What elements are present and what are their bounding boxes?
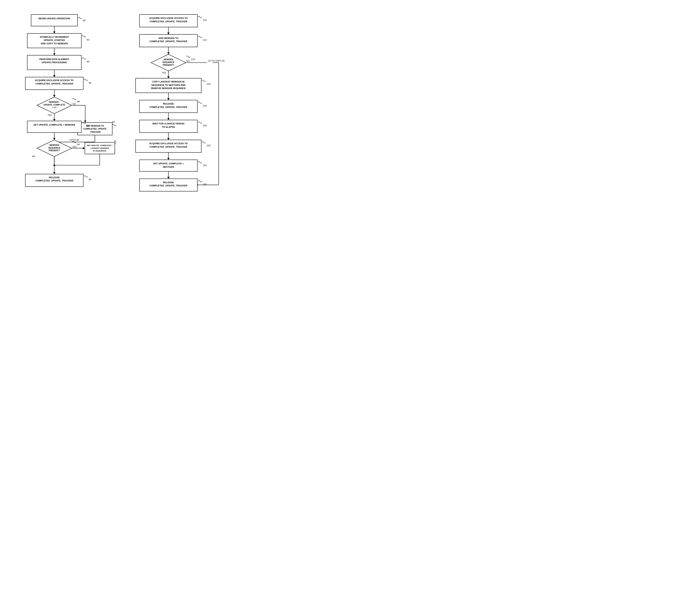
svg-text:BEGIN UPDATE OPERATION: BEGIN UPDATE OPERATION (39, 17, 70, 20)
svg-text:SEQUENCE TO NEXTGEN AND: SEQUENCE TO NEXTGEN AND (151, 84, 185, 86)
svg-text:COMPLETED_UPDATE: COMPLETED_UPDATE (83, 128, 106, 130)
svg-marker-35 (84, 121, 86, 123)
svg-text:IN SEQUENCE: IN SEQUENCE (93, 150, 106, 152)
svg-text:88: 88 (77, 100, 80, 103)
svg-text:COMPLETED_UPDATE_TRACKER: COMPLETED_UPDATE_TRACKER (150, 20, 187, 23)
svg-text:ACQUIRE EXCLUSIVE ACCESS TO: ACQUIRE EXCLUSIVE ACCESS TO (35, 79, 74, 82)
svg-text:NO: NO (73, 103, 76, 105)
svg-text:SEQUENCE: SEQUENCE (163, 61, 174, 64)
svg-text:RELEASE: RELEASE (163, 102, 174, 105)
svg-text:84: 84 (87, 60, 89, 63)
svg-text:ACQUIRE EXCLUSIVE ACCESS TO: ACQUIRE EXCLUSIVE ACCESS TO (149, 142, 188, 145)
svg-text:NEWGEN: NEWGEN (50, 144, 59, 146)
svg-text:NO: NO (186, 60, 190, 62)
svg-marker-121 (167, 158, 170, 160)
svg-marker-96 (167, 76, 170, 78)
svg-marker-11 (53, 53, 55, 55)
svg-text:YES: YES (47, 114, 52, 116)
svg-text:92: 92 (112, 121, 115, 123)
svg-text:NEXTGEN: NEXTGEN (163, 166, 174, 168)
svg-text:WAIT FOR A GRACE PERIOD: WAIT FOR A GRACE PERIOD (153, 122, 185, 125)
svg-text:86: 86 (89, 82, 91, 84)
svg-text:SET UPDATE_COMPLETE =: SET UPDATE_COMPLETE = (87, 144, 112, 147)
svg-marker-79 (167, 32, 170, 34)
svg-text:226: 226 (203, 183, 207, 185)
svg-marker-69 (53, 172, 55, 174)
svg-text:220: 220 (203, 124, 207, 127)
svg-text:224: 224 (203, 164, 207, 167)
svg-text:COMPLETED_UPDATE_TRACKER: COMPLETED_UPDATE_TRACKER (36, 179, 73, 182)
svg-text:RELEASE: RELEASE (49, 176, 60, 179)
svg-marker-127 (167, 177, 170, 179)
svg-text:SET UPDATE_COMPLETE =: SET UPDATE_COMPLETE = (153, 162, 184, 165)
svg-text:ATOMICALLY INCREMENT: ATOMICALLY INCREMENT (40, 36, 69, 38)
svg-text:YES: YES (72, 145, 76, 148)
svg-text:COMPLETED_UPDATE_TRACKER: COMPLETED_UPDATE_TRACKER (150, 40, 187, 43)
svg-marker-32 (53, 119, 55, 121)
svg-text:98: 98 (89, 178, 91, 181)
svg-text:= 1?: = 1? (52, 106, 56, 109)
svg-text:NO: NO (32, 155, 36, 157)
svg-text:PRESENT?: PRESENT? (163, 64, 174, 66)
svg-text:PRESENT?: PRESENT? (49, 149, 60, 152)
svg-text:216: 216 (207, 82, 211, 85)
svg-rect-45 (27, 121, 81, 133)
svg-text:_TRACKER: _TRACKER (89, 131, 100, 133)
svg-text:COMPLETED_UPDATE_TRACKER: COMPLETED_UPDATE_TRACKER (150, 145, 187, 148)
svg-text:REMOVE NEWGEN SEQUENCE: REMOVE NEWGEN SEQUENCE (151, 87, 186, 89)
svg-marker-103 (167, 98, 170, 100)
svg-text:PERFORM DATA ELEMENT: PERFORM DATA ELEMENT (39, 58, 69, 60)
svg-text:COMPLETED_UPDATE_TRACKER: COMPLETED_UPDATE_TRACKER (150, 184, 187, 187)
svg-text:COPY LARGEST NEWGEN IN: COPY LARGEST NEWGEN IN (152, 80, 185, 83)
svg-marker-4 (53, 32, 55, 33)
svg-text:TO ELAPSE: TO ELAPSE (162, 126, 175, 128)
svg-text:YES: YES (162, 71, 166, 74)
svg-text:COMPLETED_UPDATE_TRACKER: COMPLETED_UPDATE_TRACKER (150, 106, 187, 108)
svg-text:ACQUIRE EXCLUSIVE ACCESS TO: ACQUIRE EXCLUSIVE ACCESS TO (149, 17, 188, 19)
svg-marker-115 (167, 138, 170, 140)
svg-text:214: 214 (191, 58, 195, 60)
svg-text:UPDATE PROCESSING: UPDATE PROCESSING (42, 61, 67, 64)
svg-text:UPDATE_STARTED: UPDATE_STARTED (43, 39, 65, 41)
svg-text:94: 94 (77, 143, 80, 145)
svg-text:AND COPY TO NEWGEN: AND COPY TO NEWGEN (41, 42, 68, 45)
left-flowchart: BEGIN UPDATE OPERATION 80 ATOMICALLY INC… (8, 8, 116, 203)
svg-text:90: 90 (87, 124, 89, 127)
right-flowchart: ACQUIRE EXCLUSIVE ACCESS TO COMPLETED_UP… (124, 8, 225, 203)
svg-marker-67 (53, 165, 55, 167)
svg-text:NEWGEN -: NEWGEN - (49, 101, 60, 103)
svg-text:COMPLETED_UPDATE_TRACKER: COMPLETED_UPDATE_TRACKER (36, 82, 73, 85)
svg-text:SEQUENCE: SEQUENCE (48, 147, 60, 149)
svg-text:212: 212 (203, 39, 207, 41)
svg-text:218: 218 (203, 104, 207, 107)
svg-marker-49 (53, 138, 55, 140)
svg-text:LARGEST NEWGEN: LARGEST NEWGEN (90, 147, 109, 149)
svg-text:→ GOTO 98: → GOTO 98 (67, 139, 79, 141)
svg-text:ADD NEWGEN TO: ADD NEWGEN TO (158, 37, 179, 39)
svg-text:96: 96 (114, 140, 116, 142)
svg-marker-58 (83, 147, 85, 150)
svg-marker-23 (53, 95, 55, 97)
diagram-container: BEGIN UPDATE OPERATION 80 ATOMICALLY INC… (4, 4, 228, 207)
svg-text:222: 222 (207, 144, 211, 147)
svg-marker-109 (167, 118, 170, 120)
svg-text:82: 82 (87, 38, 89, 41)
svg-marker-17 (53, 75, 55, 77)
svg-text:GO TO STEP 226: GO TO STEP 226 (208, 60, 225, 62)
svg-text:RELEASE: RELEASE (163, 181, 174, 184)
svg-text:NEWGEN: NEWGEN (164, 58, 173, 60)
svg-text:210: 210 (203, 19, 207, 21)
svg-text:SET UPDATE_COMPLETE = NEWGEN: SET UPDATE_COMPLETE = NEWGEN (33, 123, 75, 126)
svg-text:80: 80 (83, 19, 85, 22)
svg-text:UPDATE_COMPLETE: UPDATE_COMPLETE (43, 103, 65, 106)
svg-marker-85 (167, 53, 170, 54)
svg-rect-0 (31, 14, 78, 26)
